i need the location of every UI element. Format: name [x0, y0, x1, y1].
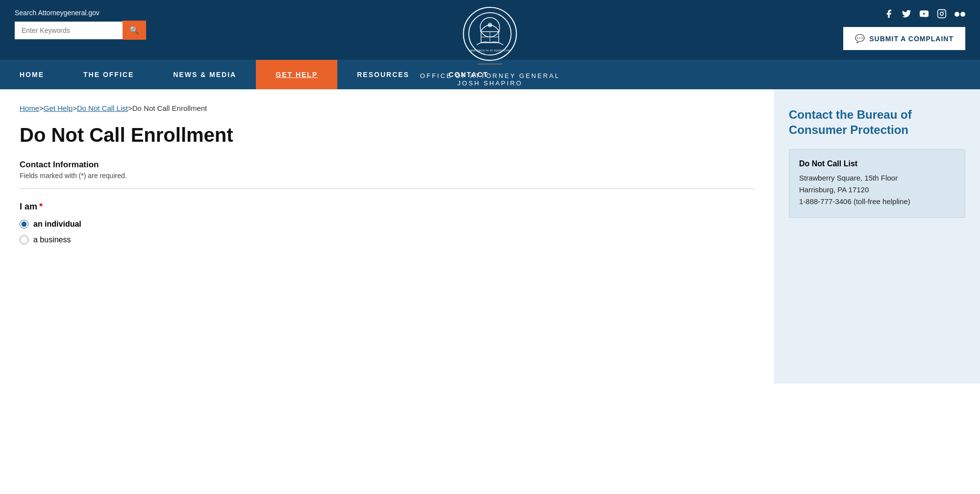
content-left: Home>Get Help>Do Not Call List>Do Not Ca… — [0, 89, 774, 384]
radio-individual-input[interactable] — [20, 220, 28, 229]
form-divider — [20, 188, 754, 189]
nav-item-resources[interactable]: RESOURCES — [337, 60, 429, 89]
header-right: 💬 SUBMIT A COMPLAINT — [843, 9, 965, 50]
i-am-label: I am* — [20, 202, 754, 212]
nav-item-news-media[interactable]: NEWS & MEDIA — [153, 60, 256, 89]
breadcrumb-do-not-call-list[interactable]: Do Not Call List — [77, 104, 128, 112]
svg-rect-8 — [938, 10, 946, 18]
site-header: Search Attorneygeneral.gov 🔍 — [0, 0, 980, 60]
youtube-icon[interactable] — [919, 9, 929, 21]
svg-point-11 — [955, 12, 959, 17]
header-title-line2: JOSH SHAPIRO — [457, 79, 523, 87]
radio-individual[interactable]: an individual — [20, 220, 754, 229]
search-button[interactable]: 🔍 — [123, 21, 146, 40]
sidebar-card: Do Not Call List Strawberry Square, 15th… — [789, 149, 965, 218]
search-input[interactable] — [15, 22, 123, 39]
form-section-title: Contact Information — [20, 160, 754, 170]
search-area: Search Attorneygeneral.gov 🔍 — [15, 9, 146, 40]
sidebar-heading: Contact the Bureau of Consumer Protectio… — [789, 107, 965, 137]
breadcrumb-home[interactable]: Home — [20, 104, 39, 112]
radio-business-label: a business — [33, 235, 71, 244]
svg-text:COMMONWEALTH OF PENNSYLVANIA: COMMONWEALTH OF PENNSYLVANIA — [468, 50, 512, 52]
submit-complaint-label: SUBMIT A COMPLAINT — [869, 35, 954, 43]
svg-point-12 — [960, 12, 965, 17]
social-icons — [884, 9, 965, 21]
required-star: * — [39, 202, 43, 211]
sidebar-address-line1: Strawberry Square, 15th Floor — [799, 174, 898, 182]
nav-item-the-office[interactable]: THE OFFICE — [64, 60, 153, 89]
logo-svg: COMMONWEALTH OF PENNSYLVANIA — [468, 12, 512, 56]
submit-complaint-button[interactable]: 💬 SUBMIT A COMPLAINT — [843, 27, 965, 50]
svg-point-10 — [944, 11, 945, 12]
sidebar-card-text: Strawberry Square, 15th Floor Harrisburg… — [799, 172, 955, 208]
page-title: Do Not Call Enrollment — [20, 124, 754, 146]
nav-item-home[interactable]: HOME — [0, 60, 64, 89]
main-content: Home>Get Help>Do Not Call List>Do Not Ca… — [0, 89, 980, 384]
complaint-icon: 💬 — [855, 34, 865, 43]
search-icon: 🔍 — [129, 26, 139, 35]
instagram-icon[interactable] — [937, 9, 947, 21]
facebook-icon[interactable] — [884, 9, 894, 21]
search-row: 🔍 — [15, 21, 146, 40]
form-required-note: Fields marked with (*) are required. — [20, 172, 754, 180]
svg-point-9 — [940, 12, 944, 16]
logo-circle: COMMONWEALTH OF PENNSYLVANIA — [463, 7, 517, 61]
radio-business-input[interactable] — [20, 235, 28, 244]
breadcrumb: Home>Get Help>Do Not Call List>Do Not Ca… — [20, 104, 754, 112]
flickr-icon[interactable] — [955, 10, 965, 20]
breadcrumb-current: Do Not Call Enrollment — [132, 104, 207, 112]
header-title-line1: OFFICE OF ATTORNEY GENERAL — [420, 72, 560, 79]
sidebar-card-title: Do Not Call List — [799, 159, 955, 168]
sidebar-phone: 1-888-777-3406 (toll-free helpline) — [799, 197, 910, 206]
breadcrumb-get-help[interactable]: Get Help — [44, 104, 73, 112]
search-label: Search Attorneygeneral.gov — [15, 9, 146, 17]
content-right-sidebar: Contact the Bureau of Consumer Protectio… — [774, 89, 980, 384]
site-logo: COMMONWEALTH OF PENNSYLVANIA OFFICE OF A… — [420, 7, 560, 87]
radio-individual-label: an individual — [33, 220, 81, 229]
radio-business[interactable]: a business — [20, 235, 754, 244]
sidebar-address-line2: Harrisburg, PA 17120 — [799, 185, 869, 194]
nav-item-get-help[interactable]: GET HELP — [256, 60, 337, 89]
twitter-icon[interactable] — [902, 9, 911, 21]
enrollment-form: Contact Information Fields marked with (… — [20, 160, 754, 244]
svg-point-5 — [488, 23, 492, 27]
